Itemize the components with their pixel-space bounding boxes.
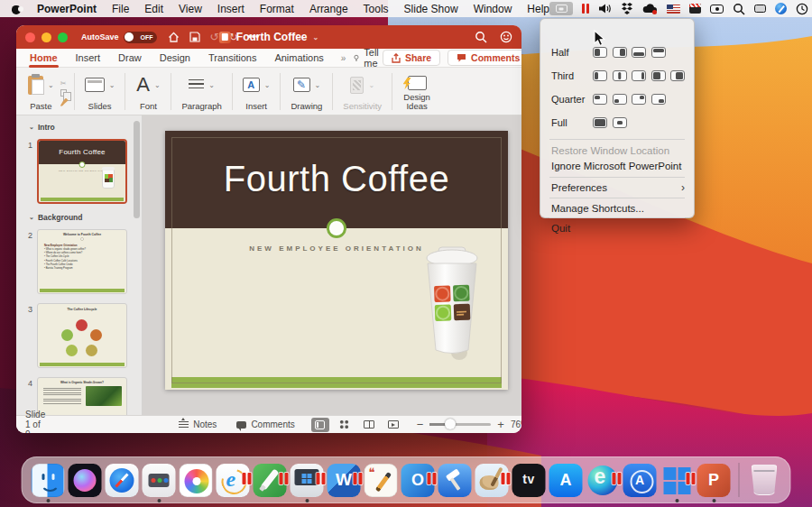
tab-overflow-icon[interactable]: » <box>341 53 346 63</box>
undo-icon[interactable]: ↺ <box>210 31 219 43</box>
parallels-icon[interactable] <box>689 4 701 14</box>
title-chevron-icon[interactable]: ⌄ <box>312 33 318 41</box>
insert-button[interactable]: A⌄ Insert <box>236 70 277 113</box>
menu-format[interactable]: Format <box>260 3 294 15</box>
comments-toggle-button[interactable]: Comments <box>236 419 294 429</box>
trash-icon[interactable] <box>752 465 778 495</box>
zoom-percentage[interactable]: 76% <box>511 419 521 429</box>
dock-item-safari[interactable] <box>104 458 141 502</box>
slide-title-band[interactable]: Fourth Coffee <box>165 131 508 228</box>
sensitivity-button[interactable]: ⌄ Sensitivity <box>337 70 388 113</box>
thumbnail-row-1[interactable]: 1 Fourth Coffee NEW EMPLOYEE ORIENTATION <box>16 135 142 209</box>
layout-third-right-button[interactable] <box>632 70 646 81</box>
slide-sorter-view-button[interactable] <box>336 418 354 432</box>
dock-item-windows[interactable] <box>659 458 696 502</box>
xcode-icon[interactable] <box>438 464 472 497</box>
thumbnail-row-2[interactable]: 2 Welcome to Fourth Coffee New Employee … <box>16 226 142 300</box>
dock-item-internet-explorer[interactable] <box>215 458 252 502</box>
tab-animations[interactable]: Animations <box>273 50 324 66</box>
siri-icon[interactable] <box>69 464 102 497</box>
layout-full-screen-button[interactable] <box>593 117 607 128</box>
powerpoint-icon[interactable] <box>697 464 731 497</box>
dock-item-powerpoint[interactable] <box>696 458 733 502</box>
section-background[interactable]: ⌄Background <box>16 209 142 226</box>
minimize-button[interactable] <box>42 32 51 42</box>
zoom-out-button[interactable]: − <box>417 418 424 431</box>
safari-compass-icon[interactable] <box>775 3 787 14</box>
pause-indicator-icon[interactable] <box>582 4 589 14</box>
dock-item-apple-tv[interactable] <box>511 458 548 502</box>
photo-booth-icon[interactable] <box>143 464 176 497</box>
writer-icon[interactable] <box>364 464 398 497</box>
slide-thumbnail-panel[interactable]: ⌄Intro 1 Fourth Coffee NEW EMPLOYEE ORIE… <box>16 115 143 415</box>
layout-half-top-button[interactable] <box>651 47 666 58</box>
dock-item-marker[interactable] <box>252 458 289 502</box>
share-button[interactable]: Share <box>383 50 440 66</box>
input-source-flag-icon[interactable] <box>667 5 680 14</box>
cut-icon[interactable]: ✂ <box>60 79 69 88</box>
layout-quarter-br-button[interactable] <box>651 94 666 105</box>
volume-icon[interactable] <box>598 3 612 14</box>
menu-view[interactable]: View <box>179 3 202 15</box>
preferences-item[interactable]: Preferences › <box>551 180 685 194</box>
dock-item-photos[interactable] <box>178 458 215 502</box>
layout-third-left-button[interactable] <box>593 70 607 81</box>
layout-full-center-button[interactable] <box>613 117 627 128</box>
window-layout-menu-icon[interactable] <box>549 2 573 15</box>
zoom-button[interactable] <box>58 32 68 42</box>
design-ideas-button[interactable]: Design Ideas <box>396 70 438 113</box>
document-title[interactable]: Fourth Coffee <box>236 31 308 43</box>
slideshow-button[interactable] <box>384 418 402 432</box>
search-icon[interactable] <box>475 31 487 43</box>
app-store-icon[interactable] <box>549 464 583 497</box>
current-slide[interactable]: Fourth Coffee NEW EMPLOYEE ORIENTATION <box>165 131 508 390</box>
feedback-smiley-icon[interactable] <box>500 31 512 43</box>
layout-two-thirds-right-button[interactable] <box>670 70 685 81</box>
dock-item-app-store[interactable] <box>548 458 585 502</box>
slides-button[interactable]: ⌄ Slides <box>78 70 122 113</box>
slide-1-thumbnail[interactable]: Fourth Coffee NEW EMPLOYEE ORIENTATION <box>37 139 127 204</box>
apple-tv-icon[interactable] <box>512 464 546 497</box>
tab-draw[interactable]: Draw <box>117 50 143 66</box>
dock-item-writer[interactable] <box>363 458 400 502</box>
dock-item-app-store-alt[interactable] <box>622 458 659 502</box>
manage-shortcuts-item[interactable]: Manage Shortcuts... <box>551 201 685 215</box>
menu-tools[interactable]: Tools <box>364 3 389 15</box>
layout-quarter-tr-button[interactable] <box>632 94 646 105</box>
paste-button[interactable]: ⌄ Paste <box>22 70 60 113</box>
dock-item-edge[interactable] <box>585 458 622 502</box>
layout-third-center-button[interactable] <box>613 70 627 81</box>
layout-two-thirds-left-button[interactable] <box>651 70 666 81</box>
paragraph-button[interactable]: ⌄ Paragraph <box>175 70 227 113</box>
slide-4-thumbnail[interactable]: What is Organic Shade-Grown? <box>37 377 127 415</box>
onedrive-icon[interactable] <box>642 4 658 14</box>
coffee-cup-image[interactable] <box>411 244 494 367</box>
zoom-in-button[interactable]: + <box>497 418 504 431</box>
notes-button[interactable]: Notes <box>179 419 217 429</box>
home-icon[interactable] <box>168 32 180 43</box>
font-button[interactable]: A⌄ Font <box>129 70 167 113</box>
dock-item-finder[interactable] <box>30 458 67 502</box>
close-button[interactable] <box>25 32 35 42</box>
autosave-toggle[interactable]: OFF <box>124 32 157 43</box>
zoom-slider[interactable] <box>429 423 491 426</box>
comments-button[interactable]: Comments <box>448 50 521 66</box>
dock-item-xcode[interactable] <box>437 458 474 502</box>
app-store-alt-icon[interactable] <box>623 464 657 497</box>
normal-view-button[interactable] <box>311 418 329 432</box>
dock-item-windows-vm[interactable] <box>289 458 326 502</box>
dock-item-trash[interactable] <box>746 458 783 502</box>
menu-insert[interactable]: Insert <box>217 3 245 15</box>
slide-3-thumbnail[interactable]: The Coffee Lifecycle <box>37 303 127 368</box>
layout-quarter-bl-button[interactable] <box>613 94 627 105</box>
section-intro[interactable]: ⌄Intro <box>16 119 142 135</box>
display-icon[interactable] <box>754 5 766 13</box>
dock-item-siri[interactable] <box>67 458 104 502</box>
tab-insert[interactable]: Insert <box>75 50 102 66</box>
tab-design[interactable]: Design <box>159 50 191 66</box>
copy-icon[interactable] <box>60 89 67 97</box>
photos-icon[interactable] <box>180 464 213 497</box>
reading-view-button[interactable] <box>360 418 378 432</box>
slide-2-thumbnail[interactable]: Welcome to Fourth Coffee New Employee Or… <box>37 229 127 294</box>
menu-arrange[interactable]: Arrange <box>309 3 348 15</box>
